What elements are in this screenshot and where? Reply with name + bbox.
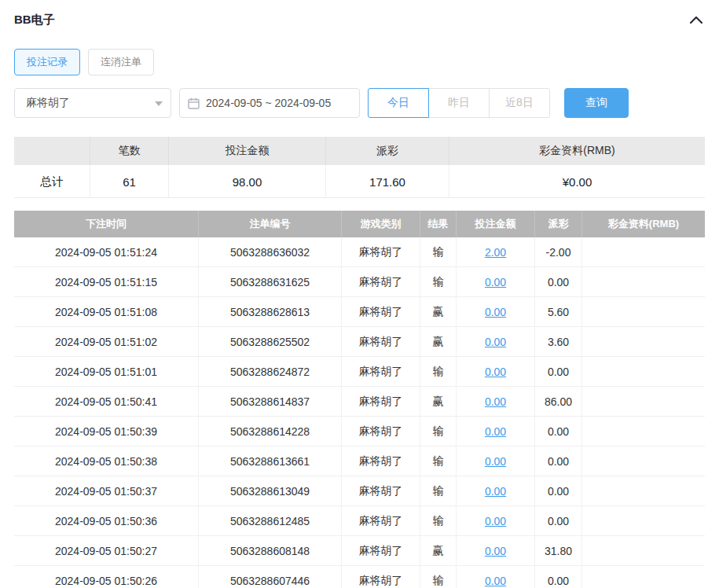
cell-game-type: 麻将胡了 (342, 506, 420, 536)
summary-header-count: 笔数 (90, 137, 169, 165)
cell-result: 输 (420, 566, 457, 588)
table-row: 2024-09-05 01:50:41 5063288614837 麻将胡了 赢… (14, 387, 705, 417)
cell-game-type: 麻将胡了 (342, 267, 420, 297)
summary-total-bonus: ¥0.00 (449, 165, 705, 197)
header-bonus: 彩金资料(RMB) (582, 211, 705, 237)
cell-bet-time: 2024-09-05 01:50:27 (14, 536, 199, 566)
table-row: 2024-09-05 01:51:08 5063288628613 麻将胡了 赢… (14, 297, 705, 327)
cell-game-type: 麻将胡了 (342, 357, 420, 387)
cell-payout: 0.00 (535, 357, 582, 387)
cell-bonus (582, 387, 705, 417)
cell-bet-time: 2024-09-05 01:51:01 (14, 357, 199, 387)
bet-amount-link[interactable]: 0.00 (485, 575, 506, 587)
cell-payout: 5.60 (535, 297, 582, 327)
bet-amount-link[interactable]: 0.00 (485, 366, 506, 378)
bet-table-body: 2024-09-05 01:51:24 5063288636032 麻将胡了 输… (14, 237, 705, 588)
table-row: 2024-09-05 01:50:38 5063288613661 麻将胡了 输… (14, 447, 705, 476)
cell-order-number: 5063288608148 (199, 536, 342, 566)
cell-payout: 86.00 (535, 387, 582, 417)
cell-order-number: 5063288614228 (199, 417, 342, 447)
date-range-picker[interactable]: 2024-09-05 ~ 2024-09-05 (179, 88, 360, 118)
cell-order-number: 5063288625502 (199, 327, 342, 357)
cell-order-number: 5063288624872 (199, 357, 342, 387)
bet-amount-link[interactable]: 0.00 (485, 515, 506, 527)
query-button[interactable]: 查询 (564, 88, 629, 118)
bet-amount-link[interactable]: 0.00 (485, 276, 506, 288)
table-row: 2024-09-05 01:51:01 5063288624872 麻将胡了 输… (14, 357, 705, 387)
cell-bet-time: 2024-09-05 01:50:39 (14, 417, 199, 447)
panel-header: BB电子 (14, 11, 705, 28)
cell-bet-time: 2024-09-05 01:50:38 (14, 447, 199, 476)
cell-payout: 3.60 (535, 327, 582, 357)
summary-header-blank (14, 137, 90, 165)
page-title: BB电子 (14, 13, 55, 28)
cell-payout: 31.80 (535, 536, 582, 566)
cell-bet-amount: 0.00 (457, 417, 535, 447)
bet-records-panel: BB电子 投注记录 连消注单 麻将胡了 2024-09-05 ~ 2024-09… (0, 0, 719, 588)
cell-payout: 0.00 (535, 267, 582, 297)
bet-amount-link[interactable]: 2.00 (485, 246, 506, 259)
tab-bet-records[interactable]: 投注记录 (14, 49, 80, 75)
chevron-down-icon (155, 101, 163, 106)
cell-bet-time: 2024-09-05 01:51:02 (14, 327, 199, 357)
cell-game-type: 麻将胡了 (342, 566, 420, 588)
header-order-number: 注单编号 (199, 211, 342, 237)
today-button[interactable]: 今日 (368, 88, 429, 118)
table-row: 2024-09-05 01:51:24 5063288636032 麻将胡了 输… (14, 237, 705, 267)
cell-result: 输 (420, 267, 457, 297)
cell-result: 赢 (420, 536, 457, 566)
summary-table: 笔数 投注金额 派彩 彩金资料(RMB) 总计 61 98.00 171.60 … (14, 137, 705, 198)
cell-bet-time: 2024-09-05 01:51:08 (14, 297, 199, 327)
yesterday-button[interactable]: 昨日 (428, 88, 490, 118)
bet-amount-link[interactable]: 0.00 (485, 485, 506, 498)
cell-payout: -2.00 (535, 237, 582, 267)
header-bet-time: 下注时间 (14, 211, 199, 237)
summary-total-bet: 98.00 (169, 165, 326, 197)
cell-game-type: 麻将胡了 (342, 417, 420, 447)
cell-bet-amount: 0.00 (457, 536, 535, 566)
cell-payout: 0.00 (535, 447, 582, 476)
cell-order-number: 5063288636032 (199, 237, 342, 267)
cell-result: 赢 (420, 327, 457, 357)
cell-result: 输 (420, 417, 457, 447)
table-row: 2024-09-05 01:50:27 5063288608148 麻将胡了 赢… (14, 536, 705, 566)
cell-bonus (582, 417, 705, 447)
cell-bet-amount: 0.00 (457, 387, 535, 417)
cell-result: 赢 (420, 387, 457, 417)
cell-bonus (582, 237, 705, 267)
summary-total-label: 总计 (14, 165, 90, 197)
bet-amount-link[interactable]: 0.00 (485, 455, 506, 468)
table-row: 2024-09-05 01:50:37 5063288613049 麻将胡了 输… (14, 476, 705, 506)
bet-amount-link[interactable]: 0.00 (485, 336, 506, 348)
cell-payout: 0.00 (535, 417, 582, 447)
cell-bet-amount: 0.00 (457, 267, 535, 297)
cell-bet-amount: 0.00 (457, 476, 535, 506)
cell-order-number: 5063288631625 (199, 267, 342, 297)
cell-result: 输 (420, 447, 457, 476)
table-row: 2024-09-05 01:51:02 5063288625502 麻将胡了 赢… (14, 327, 705, 357)
cell-order-number: 5063288607446 (199, 566, 342, 588)
bet-amount-link[interactable]: 0.00 (485, 395, 506, 408)
bet-amount-link[interactable]: 0.00 (485, 545, 506, 557)
filter-bar: 麻将胡了 2024-09-05 ~ 2024-09-05 今日 昨日 近8日 查… (14, 88, 705, 118)
header-result: 结果 (420, 211, 457, 237)
bet-amount-link[interactable]: 0.00 (485, 425, 506, 438)
table-row: 2024-09-05 01:50:39 5063288614228 麻将胡了 输… (14, 417, 705, 447)
cell-result: 赢 (420, 297, 457, 327)
game-select[interactable]: 麻将胡了 (14, 88, 171, 118)
cell-result: 输 (420, 237, 457, 267)
summary-header-bet: 投注金额 (169, 137, 326, 165)
cell-result: 输 (420, 357, 457, 387)
summary-total-count: 61 (90, 165, 169, 197)
collapse-panel-button[interactable] (688, 11, 705, 28)
last-8-days-button[interactable]: 近8日 (489, 88, 550, 118)
bet-table-header: 下注时间 注单编号 游戏类别 结果 投注金额 派彩 彩金资料(RMB) (14, 211, 705, 237)
cell-bonus (582, 327, 705, 357)
tab-chain-orders[interactable]: 连消注单 (88, 49, 154, 75)
cell-order-number: 5063288614837 (199, 387, 342, 417)
bet-amount-link[interactable]: 0.00 (485, 306, 506, 318)
cell-bet-amount: 0.00 (457, 297, 535, 327)
calendar-icon (188, 97, 200, 109)
cell-order-number: 5063288613661 (199, 447, 342, 476)
cell-bet-time: 2024-09-05 01:51:15 (14, 267, 199, 297)
